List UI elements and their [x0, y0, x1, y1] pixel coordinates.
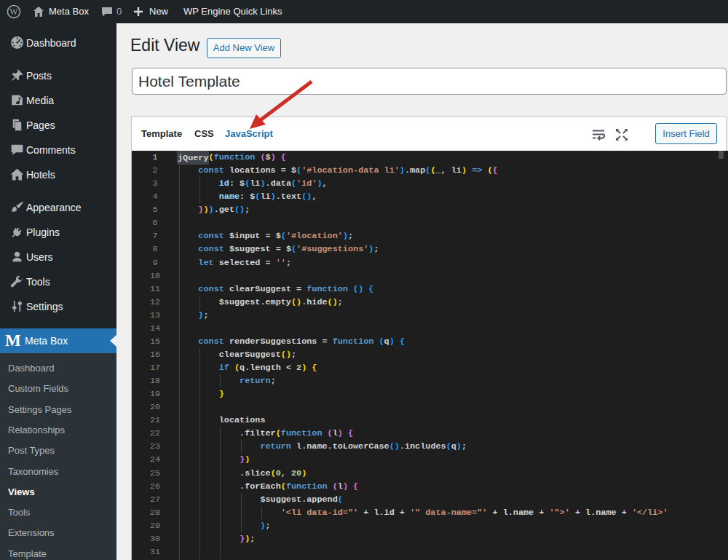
svg-text:W: W — [9, 7, 18, 17]
